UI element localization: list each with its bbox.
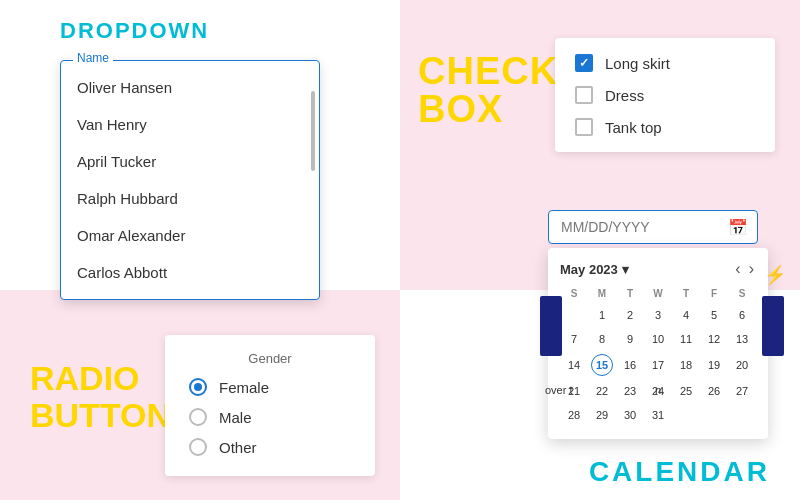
calendar-day-header: M: [588, 286, 616, 303]
dropdown-list: Oliver HansenVan HenryApril TuckerRalph …: [61, 61, 319, 299]
calendar-day[interactable]: 25: [672, 379, 700, 403]
calendar-day[interactable]: 28: [560, 403, 588, 427]
calendar-day[interactable]: 9: [616, 327, 644, 351]
calendar-day-header: S: [560, 286, 588, 303]
calendar-day[interactable]: 6: [728, 303, 756, 327]
calendar-day-header: T: [616, 286, 644, 303]
calendar-day[interactable]: 5: [700, 303, 728, 327]
radio-circle: [189, 438, 207, 456]
checkbox-box: [575, 54, 593, 72]
calendar-day[interactable]: 10: [644, 327, 672, 351]
calendar-day[interactable]: 30: [616, 403, 644, 427]
date-input-row: 📅: [548, 210, 758, 244]
calendar-next-button[interactable]: ›: [747, 260, 756, 278]
calendar-day[interactable]: 11: [672, 327, 700, 351]
calendar-day[interactable]: 29: [588, 403, 616, 427]
calendar-day[interactable]: 1: [588, 303, 616, 327]
calendar-empty: [728, 403, 756, 427]
date-input[interactable]: [548, 210, 758, 244]
calendar-week-row: 78910111213: [560, 327, 756, 351]
radio-row[interactable]: Male: [189, 408, 351, 426]
checkbox-box: [575, 86, 593, 104]
dropdown-field-label: Name: [73, 51, 113, 65]
dropdown-item[interactable]: Van Henry: [61, 106, 319, 143]
calendar-day-header: T: [672, 286, 700, 303]
calendar-section-title: CALENDAR: [589, 456, 770, 488]
radio-circle: [189, 408, 207, 426]
calendar-day[interactable]: 13: [728, 327, 756, 351]
calendar-day-header: W: [644, 286, 672, 303]
calendar-week-row: 14151617181920: [560, 351, 756, 379]
calendar-day[interactable]: 27: [728, 379, 756, 403]
dropdown-item[interactable]: Carlos Abbott: [61, 254, 319, 291]
calendar-header: May 2023 ▾ ‹ ›: [560, 260, 756, 278]
radio-label: Other: [219, 439, 257, 456]
calendar-day[interactable]: 15: [588, 351, 616, 379]
calendar-day[interactable]: 16: [616, 351, 644, 379]
deco-block-right: [762, 296, 784, 356]
checkbox-label: Dress: [605, 87, 644, 104]
calendar-day[interactable]: 26: [700, 379, 728, 403]
calendar-nav: ‹ ›: [733, 260, 756, 278]
calendar-prev-button[interactable]: ‹: [733, 260, 742, 278]
dropdown-item[interactable]: Omar Alexander: [61, 217, 319, 254]
radio-label: Male: [219, 409, 252, 426]
chevron-down-icon[interactable]: ▾: [622, 262, 629, 277]
checkbox-label: Long skirt: [605, 55, 670, 72]
checkbox-section-title: CHECK BOX: [418, 52, 558, 128]
calendar-empty: [672, 403, 700, 427]
dropdown-item[interactable]: Ralph Hubbard: [61, 180, 319, 217]
calendar-empty: [700, 403, 728, 427]
lightning-icon: ⚡: [764, 264, 786, 286]
calendar-day[interactable]: 12: [700, 327, 728, 351]
calendar-day[interactable]: 3: [644, 303, 672, 327]
calendar-day[interactable]: 17: [644, 351, 672, 379]
radio-section-title: RADIO BUTTON: [30, 360, 171, 435]
radio-widget: Gender FemaleMaleOther: [165, 335, 375, 476]
calendar-icon: 📅: [728, 218, 748, 237]
calendar-month-year: May 2023 ▾: [560, 262, 629, 277]
calendar-day-header: S: [728, 286, 756, 303]
calendar-today[interactable]: 15: [591, 354, 613, 376]
radio-row[interactable]: Other: [189, 438, 351, 456]
checkbox-label: Tank top: [605, 119, 662, 136]
over-text: over t n.: [545, 384, 664, 396]
checkbox-row[interactable]: Tank top: [575, 118, 755, 136]
dropdown-item[interactable]: Oliver Hansen: [61, 69, 319, 106]
dropdown-scrollbar[interactable]: [311, 91, 315, 171]
deco-block-left: [540, 296, 562, 356]
dropdown-widget: Name Oliver HansenVan HenryApril TuckerR…: [60, 60, 320, 300]
calendar-day[interactable]: 4: [672, 303, 700, 327]
calendar-day[interactable]: 20: [728, 351, 756, 379]
calendar-day[interactable]: 2: [616, 303, 644, 327]
calendar-day[interactable]: 19: [700, 351, 728, 379]
calendar-grid: SMTWTFS 12345678910111213141516171819202…: [560, 286, 756, 427]
dropdown-item[interactable]: April Tucker: [61, 143, 319, 180]
calendar-widget: May 2023 ▾ ‹ › SMTWTFS 12345678910111213…: [548, 248, 768, 439]
radio-circle: [189, 378, 207, 396]
radio-legend: Gender: [189, 351, 351, 366]
calendar-day[interactable]: 8: [588, 327, 616, 351]
calendar-week-row: 123456: [560, 303, 756, 327]
calendar-day-header: F: [700, 286, 728, 303]
checkbox-widget: Long skirtDressTank top: [555, 38, 775, 152]
calendar-day[interactable]: 14: [560, 351, 588, 379]
calendar-empty: [560, 303, 588, 327]
checkbox-row[interactable]: Long skirt: [575, 54, 755, 72]
calendar-day[interactable]: 31: [644, 403, 672, 427]
checkbox-box: [575, 118, 593, 136]
radio-label: Female: [219, 379, 269, 396]
dropdown-section-title: DROPDOWN: [60, 18, 209, 44]
checkbox-row[interactable]: Dress: [575, 86, 755, 104]
calendar-day[interactable]: 7: [560, 327, 588, 351]
main-content: DROPDOWN Name Oliver HansenVan HenryApri…: [0, 0, 800, 500]
radio-row[interactable]: Female: [189, 378, 351, 396]
calendar-week-row: 28293031: [560, 403, 756, 427]
calendar-day[interactable]: 18: [672, 351, 700, 379]
